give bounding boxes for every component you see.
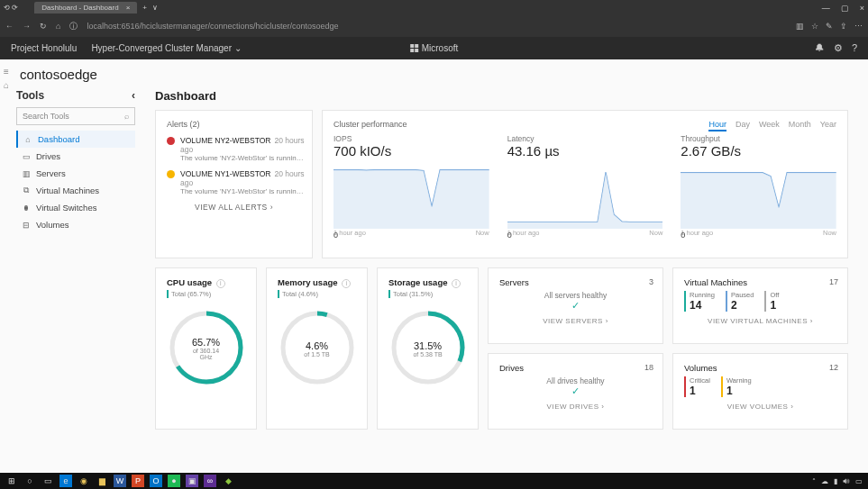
donut-chart: 31.5%of 5.38 TB [388,307,469,390]
nav-icon: ⧉ [22,186,31,195]
url-bar[interactable]: localhost:6516/hciclustermanager/connect… [87,22,787,31]
view-all-alerts-link[interactable]: VIEW ALL ALERTS › [167,203,301,212]
hamburger-icon[interactable]: ≡ [4,67,9,77]
time-tab-month[interactable]: Month [789,120,811,131]
view-servers-link[interactable]: VIEW SERVERS › [499,317,652,325]
powerpoint-icon[interactable]: P [132,475,144,487]
alert-item[interactable]: VOLUME NY2-WEBSTOR20 hours ago The volum… [167,136,301,162]
servers-status: All servers healthy [544,291,607,300]
sidebar-item-drives[interactable]: ▭Drives [16,148,135,165]
view-volumes-link[interactable]: VIEW VOLUMES › [684,403,836,411]
error-icon [167,137,175,145]
cluster-name: contosoedge [0,59,868,86]
kpi-label: Running [690,291,715,299]
tab-overflow-icon[interactable]: ∨ [152,4,158,12]
outlook-icon[interactable]: O [150,475,162,487]
home-icon[interactable]: ⌂ [4,80,9,90]
axis-end: Now [649,229,662,237]
alert-item[interactable]: VOLUME NY1-WEBSTOR20 hours ago The volum… [167,169,301,195]
tools-sidebar: Tools ‹ Search Tools ⌕ ⌂Dashboard▭Drives… [0,86,144,474]
word-icon[interactable]: W [114,475,126,487]
drives-card: Drives 18 All drives healthy ✓ VIEW DRIV… [488,353,663,430]
window-maximize-icon[interactable]: ▢ [841,4,849,13]
collapse-icon[interactable]: ‹ [132,89,135,102]
notes-icon[interactable]: ✎ [826,22,833,31]
usage-title: Storage usage i [388,277,461,288]
kpi-critical: Critical1 [684,376,710,397]
start-button[interactable]: ⊞ [5,475,18,487]
tray-cloud-icon[interactable]: ☁ [821,477,828,485]
cortana-icon[interactable]: ○ [23,475,36,487]
sidebar-item-dashboard[interactable]: ⌂Dashboard [16,131,135,148]
tray-sound-icon[interactable]: 🔊︎ [843,477,850,485]
chrome-icon[interactable]: ◉ [78,475,90,487]
help-icon[interactable]: ? [852,42,857,54]
kpi-running: Running14 [684,291,715,312]
reading-view-icon[interactable]: ▥ [796,22,804,31]
sidebar-item-virtual-switches[interactable]: ⧯Virtual Switches [16,199,135,216]
explorer-icon[interactable]: ▆ [96,475,108,487]
browser-tab[interactable]: Dashboard - Dashboard × [34,2,137,14]
info-icon[interactable]: i [342,279,351,288]
axis-end: Now [476,229,489,237]
sidebar-item-volumes[interactable]: ⊟Volumes [16,216,135,233]
usage-total: Total (4.6%) [278,290,318,298]
view-vms-link[interactable]: VIEW VIRTUAL MACHINES › [684,317,836,325]
sidebar-item-virtual-machines[interactable]: ⧉Virtual Machines [16,182,135,199]
time-tab-hour[interactable]: Hour [708,120,726,131]
metric-value: 700 kIO/s [333,143,489,158]
nav-icon: ⧯ [22,204,31,213]
notifications-icon[interactable]: 🔔︎ [815,42,825,54]
teams-icon[interactable]: ▣ [186,475,198,487]
windows-taskbar: ⊞ ○ ▭ e ◉ ▆ W P O ● ▣ ∞ ◆ ˄ ☁ ▮ 🔊︎ ▭ [0,473,868,489]
volumes-card: Volumes 12 Critical1Warning1 VIEW VOLUME… [672,353,848,430]
browser-back-group[interactable]: ⟲ ⟳ [4,4,18,12]
tray-battery-icon[interactable]: ▮ [834,477,837,485]
sidebar-item-servers[interactable]: ▥Servers [16,165,135,182]
search-icon: ⌕ [124,112,129,121]
vs-icon[interactable]: ∞ [204,475,216,487]
nav-home-icon[interactable]: ⌂ [56,22,60,31]
usage-sub: of 1.5 TB [304,350,329,357]
alert-title: VOLUME NY2-WEBSTOR [180,136,270,145]
info-icon[interactable]: i [216,279,225,288]
view-drives-link[interactable]: VIEW DRIVES › [499,403,652,411]
nav-icon: ⊟ [22,221,31,230]
nav-refresh-icon[interactable]: ↻ [40,22,47,31]
window-close-icon[interactable]: × [860,4,864,13]
info-icon[interactable]: i [452,279,461,288]
usage-pct: 4.6% [304,340,329,350]
time-tab-year[interactable]: Year [820,120,836,131]
close-icon[interactable]: × [126,4,131,12]
window-minimize-icon[interactable]: — [822,4,830,13]
warning-icon [167,170,175,178]
time-tab-week[interactable]: Week [759,120,780,131]
app-icon[interactable]: ◆ [222,475,234,487]
settings-icon[interactable]: ⚙ [834,42,843,54]
axis-start: 1 hour ago [333,229,366,237]
spotify-icon[interactable]: ● [168,475,180,487]
nav-icon: ▥ [22,169,31,178]
connection-dropdown[interactable]: Hyper-Converged Cluster Manager ⌄ [91,43,241,53]
servers-count: 3 [649,277,653,286]
favorite-icon[interactable]: ☆ [811,22,818,31]
servers-title: Servers [499,277,652,287]
page-title: Dashboard [155,89,848,103]
url-lock-icon: ⓘ [69,21,78,32]
tray-up-icon[interactable]: ˄ [812,477,816,485]
new-tab-button[interactable]: + [142,4,147,12]
sparkline-chart: 0 [681,166,836,229]
usage-total: Total (31.5%) [388,290,433,298]
axis-zero: 0 [507,231,512,240]
edge-icon[interactable]: e [59,475,72,487]
nav-forward-icon[interactable]: → [23,22,31,31]
more-icon[interactable]: ⋯ [854,22,863,31]
search-tools-input[interactable]: Search Tools ⌕ [16,107,135,125]
system-tray[interactable]: ˄ ☁ ▮ 🔊︎ ▭ [812,477,863,485]
time-tab-day[interactable]: Day [736,120,750,131]
share-icon[interactable]: ⇪ [840,22,847,31]
tray-action-icon[interactable]: ▭ [855,477,863,485]
nav-back-icon[interactable]: ← [5,22,14,31]
view-drives-label: VIEW DRIVES [547,403,599,411]
taskview-icon[interactable]: ▭ [41,475,54,487]
